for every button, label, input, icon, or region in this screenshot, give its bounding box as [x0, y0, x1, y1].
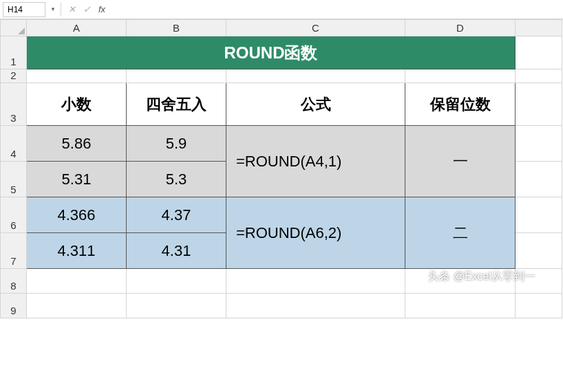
cell-D2[interactable]	[405, 69, 516, 83]
col-header-B[interactable]: B	[127, 20, 226, 36]
row-header-1[interactable]: 1	[1, 36, 27, 69]
row-header-4[interactable]: 4	[1, 126, 27, 162]
header-rounded[interactable]: 四舍五入	[127, 83, 226, 126]
cell-A8[interactable]	[27, 269, 127, 294]
name-box-dropdown-icon[interactable]: ▼	[48, 6, 58, 12]
cell-A6[interactable]: 4.366	[27, 197, 127, 233]
separator	[61, 3, 61, 17]
cancel-icon[interactable]: ✕	[64, 2, 79, 17]
row-header-6[interactable]: 6	[1, 197, 27, 233]
cell-C8[interactable]	[226, 269, 405, 294]
row-1: 1 ROUND函数	[1, 36, 562, 69]
row-header-8[interactable]: 8	[1, 269, 27, 294]
select-all-corner[interactable]	[1, 20, 27, 36]
col-header-C[interactable]: C	[226, 20, 405, 36]
cell-B8[interactable]	[127, 269, 226, 294]
cell-B2[interactable]	[127, 69, 226, 83]
cell-C2[interactable]	[226, 69, 405, 83]
cell-A2[interactable]	[27, 69, 127, 83]
confirm-icon[interactable]: ✓	[79, 2, 94, 17]
cell-A7[interactable]: 4.311	[27, 233, 127, 269]
cell-E1[interactable]	[516, 36, 562, 69]
row-header-3[interactable]: 3	[1, 83, 27, 126]
cell-B6[interactable]: 4.37	[127, 197, 226, 233]
cell-C9[interactable]	[226, 294, 405, 318]
row-header-5[interactable]: 5	[1, 162, 27, 197]
fx-icon[interactable]: fx	[94, 2, 109, 17]
cell-E5[interactable]	[516, 162, 562, 197]
cell-E6[interactable]	[516, 197, 562, 233]
cell-B4[interactable]: 5.9	[127, 126, 226, 162]
cell-D6[interactable]: 二	[405, 197, 516, 269]
formula-input[interactable]	[109, 2, 563, 17]
cell-C6[interactable]: =ROUND(A6,2)	[226, 197, 405, 269]
row-9: 9	[1, 294, 562, 318]
row-header-7[interactable]: 7	[1, 233, 27, 269]
cell-E3[interactable]	[516, 83, 562, 126]
cell-D9[interactable]	[405, 294, 516, 318]
cell-A9[interactable]	[27, 294, 127, 318]
cell-B9[interactable]	[127, 294, 226, 318]
cell-E9[interactable]	[516, 294, 562, 318]
watermark: 头条 @Excel从零到一	[428, 270, 535, 284]
cell-B5[interactable]: 5.3	[127, 162, 226, 197]
cell-C4[interactable]: =ROUND(A4,1)	[226, 126, 405, 197]
row-header-9[interactable]: 9	[1, 294, 27, 318]
cell-E4[interactable]	[516, 126, 562, 162]
title-cell[interactable]: ROUND函数	[27, 36, 516, 69]
column-headers: A B C D	[1, 20, 562, 36]
cell-D4[interactable]: 一	[405, 126, 516, 197]
col-header-D[interactable]: D	[405, 20, 516, 36]
cell-A5[interactable]: 5.31	[27, 162, 127, 197]
header-decimal[interactable]: 小数	[27, 83, 127, 126]
cell-E2[interactable]	[516, 69, 562, 83]
row-3: 3 小数 四舍五入 公式 保留位数	[1, 83, 562, 126]
cell-E7[interactable]	[516, 233, 562, 269]
spreadsheet: A B C D 1 ROUND函数 2 3 小数 四舍五入 公式 保留位数	[0, 19, 563, 318]
header-digits[interactable]: 保留位数	[405, 83, 516, 126]
cell-B7[interactable]: 4.31	[127, 233, 226, 269]
cell-A4[interactable]: 5.86	[27, 126, 127, 162]
name-box[interactable]: H14	[3, 2, 45, 17]
header-formula[interactable]: 公式	[226, 83, 405, 126]
row-6: 6 4.366 4.37 =ROUND(A6,2) 二	[1, 197, 562, 233]
formula-bar: H14 ▼ ✕ ✓ fx	[0, 0, 563, 19]
row-2: 2	[1, 69, 562, 83]
row-4: 4 5.86 5.9 =ROUND(A4,1) 一	[1, 126, 562, 162]
col-header-overflow[interactable]	[516, 20, 562, 36]
row-header-2[interactable]: 2	[1, 69, 27, 83]
col-header-A[interactable]: A	[27, 20, 127, 36]
